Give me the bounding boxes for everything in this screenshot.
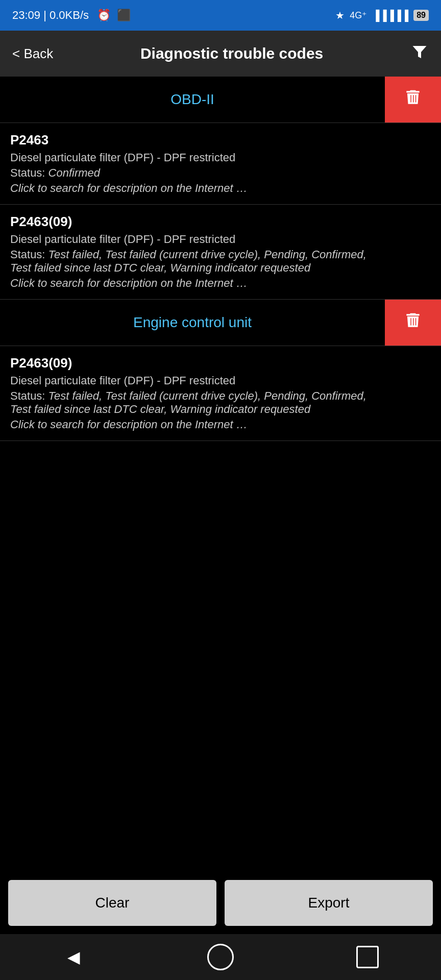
back-button[interactable]: < Back xyxy=(12,46,53,62)
export-button[interactable]: Export xyxy=(225,880,433,926)
filter-icon[interactable] xyxy=(410,43,429,65)
delete-button-ecu[interactable] xyxy=(385,300,441,346)
nav-home-button[interactable] xyxy=(200,937,241,977)
dtc-code: P2463(09) xyxy=(10,214,431,230)
page-title: Diagnostic trouble codes xyxy=(53,45,410,62)
top-bar: < Back Diagnostic trouble codes xyxy=(0,31,441,77)
trash-icon-obd2 xyxy=(403,88,423,111)
dtc-description: Diesel particulate filter (DPF) - DPF re… xyxy=(10,151,431,164)
content-area: OBD-II P2463 Diesel particulate filter (… xyxy=(0,77,441,872)
dtc-item-p246309-ecu[interactable]: P2463(09) Diesel particulate filter (DPF… xyxy=(0,346,441,441)
clear-button[interactable]: Clear xyxy=(8,880,216,926)
status-icons: ★ 4G⁺ ▐▐▐▐▐ 89 xyxy=(335,9,429,21)
dtc-status: Status: Test failed, Test failed (curren… xyxy=(10,389,431,416)
status-time: 23:09 xyxy=(12,9,40,21)
dtc-status: Status: Confirmed xyxy=(10,166,431,180)
dtc-status: Status: Test failed, Test failed (curren… xyxy=(10,248,431,275)
status-separator: | xyxy=(43,9,50,21)
dtc-description: Diesel particulate filter (DPF) - DPF re… xyxy=(10,233,431,246)
dtc-item-p2463[interactable]: P2463 Diesel particulate filter (DPF) - … xyxy=(0,123,441,205)
bluetooth-icon: ★ xyxy=(335,9,345,21)
nav-bar xyxy=(0,934,441,980)
cast-icon: ⬛ xyxy=(117,9,131,21)
dtc-code: P2463 xyxy=(10,132,431,148)
status-network: 0.0KB/s xyxy=(50,9,89,21)
signal-bars-icon: ▐▐▐▐▐ xyxy=(372,10,408,21)
nav-home-icon xyxy=(207,944,234,970)
status-time-network: 23:09 | 0.0KB/s ⏰ ⬛ xyxy=(12,9,131,22)
nav-back-button[interactable] xyxy=(53,937,94,977)
section-header-obd2: OBD-II xyxy=(0,77,441,123)
delete-button-obd2[interactable] xyxy=(385,77,441,122)
dtc-item-p246309-obd2[interactable]: P2463(09) Diesel particulate filter (DPF… xyxy=(0,205,441,300)
dtc-status-value: Test failed, Test failed (current drive … xyxy=(10,248,366,274)
signal-4g-icon: 4G⁺ xyxy=(350,10,367,21)
section-label-obd2: OBD-II xyxy=(0,81,385,118)
dtc-link[interactable]: Click to search for description on the I… xyxy=(10,418,431,431)
dtc-description: Diesel particulate filter (DPF) - DPF re… xyxy=(10,374,431,387)
status-bar: 23:09 | 0.0KB/s ⏰ ⬛ ★ 4G⁺ ▐▐▐▐▐ 89 xyxy=(0,0,441,31)
dtc-link[interactable]: Click to search for description on the I… xyxy=(10,182,431,195)
alarm-icon: ⏰ xyxy=(97,9,111,21)
dtc-status-value: Confirmed xyxy=(48,166,100,179)
dtc-link[interactable]: Click to search for description on the I… xyxy=(10,277,431,290)
dtc-status-value: Test failed, Test failed (current drive … xyxy=(10,389,366,415)
trash-icon-ecu xyxy=(403,311,423,334)
bottom-bar: Clear Export xyxy=(0,872,441,934)
battery-indicator: 89 xyxy=(413,10,429,21)
dtc-code: P2463(09) xyxy=(10,355,431,371)
section-label-ecu: Engine control unit xyxy=(0,304,385,341)
nav-recent-button[interactable] xyxy=(347,937,388,977)
section-header-ecu: Engine control unit xyxy=(0,300,441,346)
nav-recent-icon xyxy=(356,946,379,968)
